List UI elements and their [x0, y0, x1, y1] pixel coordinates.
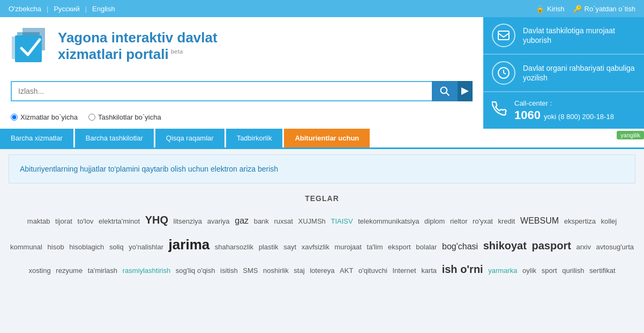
tag-item[interactable]: isitish — [220, 267, 238, 275]
tag-item[interactable]: noshirlik — [263, 267, 289, 275]
tag-item[interactable]: rieltor — [450, 217, 468, 225]
qabul-icon — [492, 61, 515, 85]
tag-item[interactable]: murojaat — [334, 243, 362, 251]
abiturient-link[interactable]: Abituriyentlarning hujjatlar to'plamini … — [20, 165, 278, 173]
phone-icon — [492, 101, 507, 120]
header: Yagona interaktiv davlat xizmatlari port… — [0, 17, 644, 129]
lang-uz[interactable]: O'zbekcha — [9, 5, 41, 13]
tag-item[interactable]: maktab — [27, 217, 50, 225]
lang-en[interactable]: English — [92, 5, 115, 13]
tag-item[interactable]: sog'liq o'qish — [176, 267, 215, 275]
tag-item[interactable]: avariya — [207, 217, 230, 225]
tag-item[interactable]: litsenziya — [174, 217, 202, 225]
logo-area: Yagona interaktiv davlat xizmatlari port… — [11, 27, 473, 65]
tag-item[interactable]: yarmarka — [488, 267, 517, 275]
tags-title: TEGLAR — [9, 194, 635, 203]
panel-murojaat[interactable]: Davlat tashkilotiga murojaat yuborish — [483, 17, 644, 55]
tag-item[interactable]: shikoyat — [483, 240, 527, 251]
tab-barcha-xizmatlar[interactable]: Barcha xizmatlar — [0, 129, 73, 147]
tag-item[interactable]: yo'nalishlar — [129, 243, 163, 251]
tag-item[interactable]: kommunal — [10, 243, 42, 251]
site-logo — [11, 27, 49, 65]
tag-item[interactable]: TIAISV — [331, 217, 353, 225]
tab-abiturientlar[interactable]: Abiturientlar uchun — [284, 129, 370, 147]
tags-section: TEGLAR maktab tijorat to'lov elektrta'mi… — [9, 194, 635, 280]
tag-item[interactable]: elektrta'minot — [99, 217, 140, 225]
tag-item[interactable]: ruxsat — [274, 217, 293, 225]
tab-barcha-tashkilotlar[interactable]: Barcha tashkilotlar — [75, 129, 154, 147]
tag-item[interactable]: qurilish — [562, 267, 584, 275]
tag-item[interactable]: telekommunikatsiya — [358, 217, 419, 225]
tag-item[interactable]: tijorat — [55, 217, 72, 225]
tag-item[interactable]: kredit — [498, 217, 515, 225]
tag-item[interactable]: bolalar — [416, 243, 437, 251]
panel-qabul-label: Davlat organi rahbariyati qabuliga yozil… — [523, 63, 635, 83]
tag-item[interactable]: Internet — [392, 267, 416, 275]
tag-item[interactable]: XUJMSh — [298, 217, 326, 225]
tag-item[interactable]: oylik — [522, 267, 536, 275]
login-link[interactable]: 🔒 Kirish — [536, 5, 565, 13]
tag-item[interactable]: jarima — [169, 236, 210, 253]
header-right-panels: Davlat tashkilotiga murojaat yuborish Da… — [483, 17, 644, 129]
tag-item[interactable]: bog'chasi — [442, 242, 478, 251]
tag-item[interactable]: WEBSUM — [520, 216, 559, 225]
tag-item[interactable]: avtosug'urta — [596, 243, 634, 251]
tag-item[interactable]: kollej — [601, 217, 617, 225]
tag-item[interactable]: sayt — [283, 243, 296, 251]
search-input[interactable] — [11, 81, 432, 101]
tag-item[interactable]: AKT — [340, 267, 353, 275]
tag-item[interactable]: SMS — [243, 267, 258, 275]
tag-item[interactable]: ro'yxat — [473, 217, 493, 225]
search-button[interactable] — [432, 81, 458, 101]
tag-item[interactable]: lotereya — [310, 267, 334, 275]
tag-item[interactable]: shaharsozlik — [215, 243, 253, 251]
tag-item[interactable]: diplom — [424, 217, 445, 225]
radio-organizations[interactable]: Tashkilotlar bo`yicha — [88, 113, 161, 121]
tag-item[interactable]: ta'mirlash — [88, 267, 117, 275]
tag-item[interactable]: bank — [254, 217, 269, 225]
tag-item[interactable]: xavfsizlik — [302, 243, 330, 251]
filter-options: Xizmatlar bo`yicha Tashkilotlar bo`yicha — [11, 113, 473, 121]
tag-item[interactable]: gaz — [235, 216, 249, 225]
svg-line-5 — [446, 92, 450, 95]
tab-tadbirkorlik[interactable]: Tadbirkorlik — [226, 129, 283, 147]
callcenter-panel[interactable]: Call-center : 1060 yoki (8 800) 200-18-1… — [483, 92, 644, 129]
header-left: Yagona interaktiv davlat xizmatlari port… — [0, 17, 483, 129]
key-icon: 🔑 — [573, 5, 582, 13]
tags-cloud: maktab tijorat to'lov elektrta'minot YHQ… — [9, 209, 635, 280]
register-link[interactable]: 🔑 Ro`yatdan o`tish — [573, 5, 635, 13]
tag-item[interactable]: sertifikat — [589, 267, 615, 275]
murojaat-icon — [492, 24, 515, 47]
tag-item[interactable]: ish o'rni — [442, 263, 483, 275]
tab-qisqa-raqamlar[interactable]: Qisqa raqamlar — [155, 129, 224, 147]
lock-icon: 🔒 — [536, 5, 544, 13]
tag-item[interactable]: plastik — [259, 243, 279, 251]
tag-item[interactable]: sport — [542, 267, 557, 275]
site-title: Yagona interaktiv davlat xizmatlari port… — [58, 29, 218, 63]
tag-item[interactable]: staj — [294, 267, 304, 275]
tag-item[interactable]: ta'lim — [367, 243, 383, 251]
tag-item[interactable]: YHQ — [145, 214, 168, 226]
tag-item[interactable]: arxiv — [576, 243, 591, 251]
tag-item[interactable]: o'qituvchi — [358, 267, 387, 275]
svg-rect-7 — [498, 31, 509, 40]
lang-ru[interactable]: Русский — [54, 5, 79, 13]
search-arrow — [458, 81, 473, 101]
svg-rect-3 — [15, 35, 42, 62]
tag-item[interactable]: xosting — [29, 267, 51, 275]
tag-item[interactable]: ekspertiza — [564, 217, 596, 225]
radio-services[interactable]: Xizmatlar bo`yicha — [11, 113, 78, 121]
top-bar: O'zbekcha | Русский | English 🔒 Kirish 🔑… — [0, 0, 644, 17]
yangilik-badge: yangilik — [617, 131, 644, 139]
tag-item[interactable]: eksport — [388, 243, 411, 251]
tag-item[interactable]: soliq — [109, 243, 124, 251]
panel-qabul[interactable]: Davlat organi rahbariyati qabuliga yozil… — [483, 55, 644, 92]
tag-item[interactable]: rasmiylashtirish — [123, 267, 171, 275]
tag-item[interactable]: pasport — [532, 240, 571, 251]
tag-item[interactable]: hisoblagich — [69, 243, 104, 251]
tag-item[interactable]: karta — [421, 267, 437, 275]
search-area — [11, 81, 473, 101]
tag-item[interactable]: to'lov — [78, 217, 94, 225]
tag-item[interactable]: rezyume — [56, 267, 83, 275]
tag-item[interactable]: hisob — [48, 243, 64, 251]
